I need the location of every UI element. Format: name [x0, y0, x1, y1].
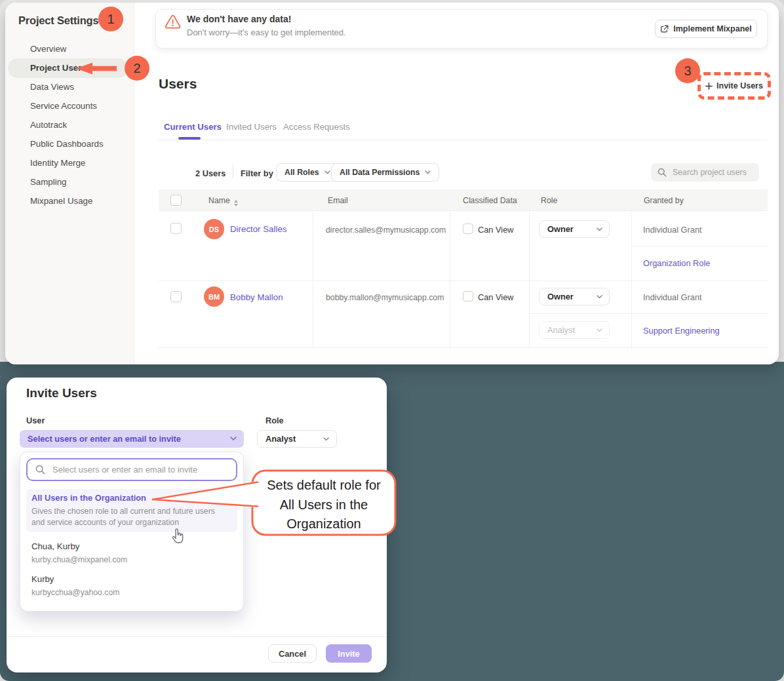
roles-filter-dropdown[interactable]: All Roles	[276, 163, 339, 182]
sidebar-item-service-accounts[interactable]: Service Accounts	[30, 101, 97, 113]
invite-users-label: Invite Users	[716, 81, 763, 90]
row-checkbox[interactable]	[170, 223, 182, 234]
invite-users-button[interactable]: Invite Users	[703, 79, 766, 93]
annotation-badge-1: 1	[98, 7, 123, 31]
column-header-name[interactable]: Name	[208, 196, 238, 206]
implement-mixpanel-label: Implement Mixpanel	[673, 24, 751, 33]
role-dropdown[interactable]: Owner	[539, 288, 610, 305]
implement-mixpanel-button[interactable]: Implement Mixpanel	[655, 20, 757, 38]
role-select-value: Analyst	[265, 434, 296, 444]
select-all-checkbox[interactable]	[170, 195, 182, 206]
search-input[interactable]	[671, 167, 750, 178]
callout-text: Sets default role for All Users in the O…	[262, 476, 386, 534]
screenshot-root: Project Settings Overview Project Users …	[0, 0, 784, 681]
page-title: Users	[159, 76, 197, 92]
sidebar-item-data-views[interactable]: Data Views	[30, 82, 74, 94]
avatar: DS	[204, 219, 224, 239]
can-view-checkbox[interactable]	[463, 291, 473, 302]
role-select-trigger[interactable]: Analyst	[257, 430, 337, 448]
hand-cursor-icon	[170, 528, 185, 544]
chevron-down-icon	[597, 227, 602, 231]
user-select-value: Select users or enter an email to invite	[28, 434, 181, 444]
permissions-filter-dropdown[interactable]: All Data Permissions	[331, 163, 439, 182]
external-link-icon	[660, 25, 669, 33]
row-divider	[159, 281, 768, 281]
granted-by-link[interactable]: Organization Role	[643, 258, 710, 268]
banner-subtitle: Don't worry—it's easy to get implemented…	[187, 28, 346, 37]
user-name-link[interactable]: Director Salles	[230, 224, 286, 234]
sort-icon	[234, 200, 238, 206]
grant-sub-divider	[529, 313, 768, 314]
column-divider	[313, 211, 313, 347]
chevron-down-icon	[323, 437, 329, 441]
user-select-trigger[interactable]: Select users or enter an email to invite	[20, 430, 244, 448]
column-header-granted-by: Granted by	[644, 196, 684, 205]
tab-current-users[interactable]: Current Users	[164, 122, 222, 132]
toolbar-divider	[233, 165, 233, 179]
search-icon	[657, 168, 667, 177]
chevron-down-icon	[597, 328, 602, 332]
tabs-divider	[159, 140, 768, 140]
column-divider	[631, 211, 632, 347]
active-tab-underline	[178, 137, 201, 140]
column-divider	[529, 211, 530, 347]
column-header-classified: Classified Data	[463, 196, 517, 205]
role-dropdown[interactable]: Owner	[539, 220, 610, 238]
sidebar-item-overview[interactable]: Overview	[30, 44, 66, 56]
plus-icon	[705, 83, 713, 90]
role-dropdown-disabled: Analyst	[539, 321, 610, 339]
can-view-checkbox[interactable]	[463, 224, 473, 234]
table-bottom-border	[159, 347, 768, 348]
sidebar-item-public-dashboards[interactable]: Public Dashboards	[30, 139, 104, 151]
user-count: 2 Users	[195, 168, 225, 178]
filter-by-label: Filter by	[241, 168, 273, 178]
grant-sub-divider	[631, 246, 768, 246]
search-project-users	[651, 163, 759, 182]
option-chua-kurby[interactable]: Chua, Kurby kurby.chua@mixpanel.com	[31, 541, 127, 566]
granted-by-value: Individual Grant	[643, 225, 702, 235]
user-email: bobby.mallon@mymusicapp.com	[326, 293, 444, 302]
chevron-down-icon	[324, 170, 330, 174]
invite-button[interactable]: Invite	[326, 644, 372, 663]
annotation-badge-3: 3	[675, 58, 700, 83]
modal-footer-divider	[7, 636, 387, 637]
option-kurby[interactable]: Kurby kurbycchua@yahoo.com	[31, 574, 119, 598]
tab-access-requests[interactable]: Access Requests	[283, 122, 350, 132]
chevron-down-icon	[230, 437, 237, 441]
sidebar-item-autotrack[interactable]: Autotrack	[30, 120, 67, 132]
tab-invited-users[interactable]: Invited Users	[226, 122, 277, 132]
annotation-arrow-left-icon	[76, 62, 118, 75]
annotation-badge-2: 2	[125, 56, 149, 81]
can-view-label: Can View	[478, 292, 514, 302]
chevron-down-icon	[597, 295, 602, 299]
roles-filter-label: All Roles	[284, 168, 319, 177]
can-view-label: Can View	[478, 225, 514, 235]
user-field-label: User	[26, 416, 45, 425]
granted-by-link[interactable]: Support Engineering	[643, 326, 720, 336]
permissions-filter-label: All Data Permissions	[340, 168, 420, 177]
cancel-button[interactable]: Cancel	[268, 644, 317, 663]
modal-title: Invite Users	[26, 386, 97, 400]
banner-title: We don't have any data!	[187, 14, 291, 24]
user-email: director.salles@mymusicapp.com	[326, 225, 446, 235]
column-divider	[450, 211, 450, 347]
column-header-email: Email	[328, 196, 348, 205]
granted-by-value: Individual Grant	[643, 292, 702, 302]
sidebar-item-identity-merge[interactable]: Identity Merge	[30, 158, 85, 170]
settings-sidebar	[5, 3, 134, 364]
sidebar-item-sampling[interactable]: Sampling	[30, 177, 66, 189]
sidebar-item-mixpanel-usage[interactable]: Mixpanel Usage	[30, 196, 92, 208]
row-checkbox[interactable]	[170, 291, 182, 302]
sidebar-title: Project Settings	[18, 14, 98, 27]
role-field-label: Role	[265, 416, 284, 425]
column-header-role: Role	[541, 196, 557, 205]
user-name-link[interactable]: Bobby Mallon	[230, 292, 283, 302]
chevron-down-icon	[425, 170, 431, 174]
search-icon	[35, 465, 45, 475]
warning-icon	[165, 14, 181, 29]
avatar: BM	[204, 286, 224, 307]
